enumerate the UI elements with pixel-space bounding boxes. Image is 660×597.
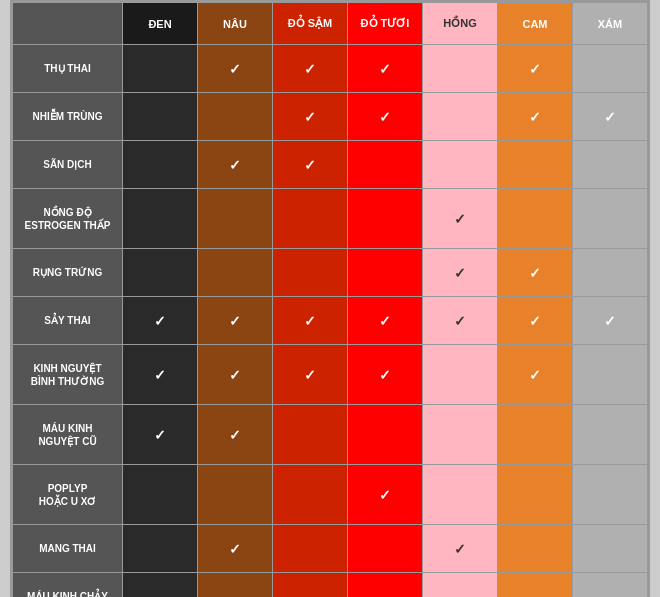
row-label: SÃN DỊCH — [13, 141, 123, 189]
row-label: NỒNG ĐỘESTROGEN THẤP — [13, 189, 123, 249]
table-row: NỒNG ĐỘESTROGEN THẤP✓ — [13, 189, 648, 249]
header-nau: NÂU — [198, 3, 273, 45]
table-row: THỤ THAI✓✓✓✓ — [13, 45, 648, 93]
header-hong: HỒNG — [423, 3, 498, 45]
header-row: ĐEN NÂU ĐỎ SẬM ĐỎ TƯƠI HỒNG CAM XÁM — [13, 3, 648, 45]
cell-cam: ✓ — [498, 93, 573, 141]
checkmark: ✓ — [304, 313, 316, 329]
checkmark: ✓ — [229, 367, 241, 383]
checkmark: ✓ — [304, 367, 316, 383]
cell-hong: ✓ — [423, 297, 498, 345]
cell-nau: ✓ — [198, 345, 273, 405]
cell-do_tuoi — [348, 141, 423, 189]
checkmark: ✓ — [379, 367, 391, 383]
table-row: MÁU KINH CHẢYCHẬM✓✓ — [13, 573, 648, 598]
cell-den: ✓ — [123, 345, 198, 405]
cell-cam: ✓ — [498, 249, 573, 297]
cell-nau: ✓ — [198, 45, 273, 93]
cell-xam — [573, 573, 648, 598]
cell-nau — [198, 189, 273, 249]
cell-nau: ✓ — [198, 141, 273, 189]
row-label: POPLYPHOẶC U XƠ — [13, 465, 123, 525]
cell-do_tuoi: ✓ — [348, 345, 423, 405]
checkmark: ✓ — [229, 313, 241, 329]
cell-do_tuoi — [348, 573, 423, 598]
cell-hong: ✓ — [423, 525, 498, 573]
cell-xam: ✓ — [573, 297, 648, 345]
cell-do_tuoi — [348, 525, 423, 573]
checkmark: ✓ — [529, 313, 541, 329]
cell-do_sam: ✓ — [273, 45, 348, 93]
cell-nau: ✓ — [198, 525, 273, 573]
cell-do_sam — [273, 189, 348, 249]
cell-cam — [498, 465, 573, 525]
table-row: MÁU KINHNGUYỆT CŨ✓✓ — [13, 405, 648, 465]
checkmark: ✓ — [529, 109, 541, 125]
row-label: THỤ THAI — [13, 45, 123, 93]
cell-xam — [573, 465, 648, 525]
row-label: KINH NGUYỆTBÌNH THƯỜNG — [13, 345, 123, 405]
cell-do_sam: ✓ — [273, 345, 348, 405]
cell-hong — [423, 573, 498, 598]
header-cam: CAM — [498, 3, 573, 45]
checkmark: ✓ — [454, 541, 466, 557]
header-do-tuoi: ĐỎ TƯƠI — [348, 3, 423, 45]
header-do-sam: ĐỎ SẬM — [273, 3, 348, 45]
cell-cam: ✓ — [498, 297, 573, 345]
cell-do_tuoi: ✓ — [348, 297, 423, 345]
cell-cam — [498, 405, 573, 465]
cell-cam — [498, 141, 573, 189]
cell-xam — [573, 189, 648, 249]
table-row: KINH NGUYỆTBÌNH THƯỜNG✓✓✓✓✓ — [13, 345, 648, 405]
checkmark: ✓ — [379, 487, 391, 503]
cell-hong: ✓ — [423, 189, 498, 249]
row-label: SẢY THAI — [13, 297, 123, 345]
cell-nau: ✓ — [198, 405, 273, 465]
cell-hong — [423, 405, 498, 465]
table-row: SẢY THAI✓✓✓✓✓✓✓ — [13, 297, 648, 345]
checkmark: ✓ — [454, 211, 466, 227]
checkmark: ✓ — [229, 61, 241, 77]
checkmark: ✓ — [529, 265, 541, 281]
checkmark: ✓ — [454, 313, 466, 329]
header-label — [13, 3, 123, 45]
table-row: NHIỄM TRÙNG✓✓✓✓ — [13, 93, 648, 141]
cell-do_sam: ✓ — [273, 93, 348, 141]
cell-nau — [198, 93, 273, 141]
cell-xam — [573, 45, 648, 93]
table-row: RỤNG TRỨNG✓✓ — [13, 249, 648, 297]
cell-xam — [573, 249, 648, 297]
row-label: MÁU KINHNGUYỆT CŨ — [13, 405, 123, 465]
cell-do_tuoi: ✓ — [348, 45, 423, 93]
cell-do_sam — [273, 573, 348, 598]
cell-do_tuoi — [348, 249, 423, 297]
cell-den — [123, 525, 198, 573]
cell-do_tuoi — [348, 189, 423, 249]
checkmark: ✓ — [604, 109, 616, 125]
cell-hong: ✓ — [423, 249, 498, 297]
checkmark: ✓ — [379, 313, 391, 329]
cell-do_sam — [273, 405, 348, 465]
cell-nau — [198, 465, 273, 525]
checkmark: ✓ — [304, 157, 316, 173]
header-xam: XÁM — [573, 3, 648, 45]
checkmark: ✓ — [229, 427, 241, 443]
cell-nau: ✓ — [198, 573, 273, 598]
checkmark: ✓ — [154, 427, 166, 443]
cell-den: ✓ — [123, 573, 198, 598]
cell-do_sam — [273, 525, 348, 573]
checkmark: ✓ — [304, 109, 316, 125]
main-table: ĐEN NÂU ĐỎ SẬM ĐỎ TƯƠI HỒNG CAM XÁM THỤ … — [10, 0, 650, 597]
checkmark: ✓ — [529, 367, 541, 383]
cell-den: ✓ — [123, 297, 198, 345]
checkmark: ✓ — [229, 157, 241, 173]
checkmark: ✓ — [604, 313, 616, 329]
row-label: NHIỄM TRÙNG — [13, 93, 123, 141]
cell-den — [123, 465, 198, 525]
cell-xam — [573, 345, 648, 405]
cell-do_tuoi: ✓ — [348, 465, 423, 525]
checkmark: ✓ — [454, 265, 466, 281]
checkmark: ✓ — [304, 61, 316, 77]
cell-do_tuoi — [348, 405, 423, 465]
cell-cam — [498, 525, 573, 573]
